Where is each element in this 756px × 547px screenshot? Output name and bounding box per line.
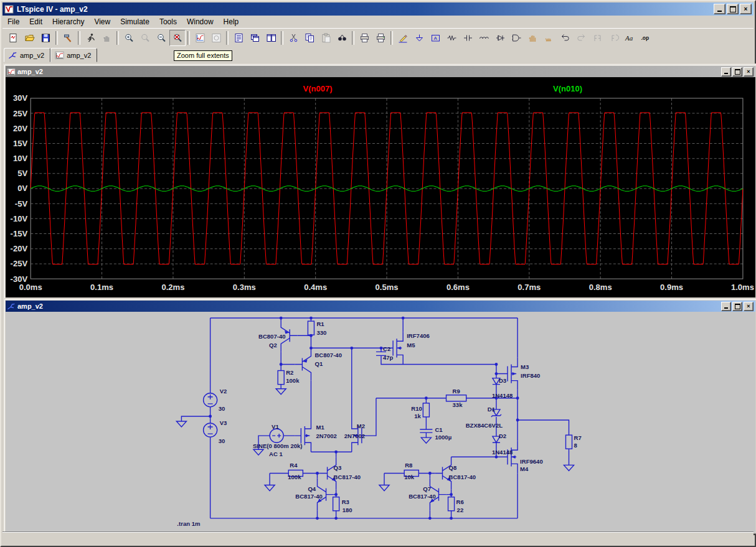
drag-button[interactable] bbox=[541, 30, 557, 46]
resistor-R10[interactable] bbox=[423, 403, 429, 417]
new-schematic-icon bbox=[8, 33, 19, 43]
schematic-label: 1N4148 bbox=[492, 392, 513, 399]
schematic-label: BC807-40 bbox=[314, 352, 342, 358]
place-resistor-button[interactable] bbox=[443, 30, 460, 46]
legend-V(n007)[interactable]: V(n007) bbox=[303, 84, 333, 93]
maximize-button[interactable] bbox=[727, 4, 739, 14]
waveform-tab-icon bbox=[55, 51, 64, 60]
schematic-maximize-button[interactable] bbox=[732, 302, 742, 311]
y-axis-tick-label: -5V bbox=[15, 199, 28, 208]
waveform-window-title-bar[interactable]: amp_v2 × bbox=[6, 66, 755, 77]
waveform-minimize-button[interactable] bbox=[721, 67, 731, 77]
schematic-wires[interactable] bbox=[181, 318, 569, 518]
schematic-label: 47p bbox=[383, 354, 394, 361]
place-component-button[interactable] bbox=[508, 30, 524, 46]
toolbar-separator bbox=[281, 31, 283, 45]
place-diode-button[interactable] bbox=[492, 30, 508, 46]
minimize-button[interactable] bbox=[714, 4, 725, 14]
resistor-R9[interactable] bbox=[447, 395, 466, 401]
new-schematic-button[interactable] bbox=[5, 30, 21, 46]
spice-directive-button[interactable]: .op bbox=[638, 30, 654, 46]
schematic-label: 30 bbox=[219, 405, 225, 412]
ground-symbol[interactable] bbox=[564, 465, 574, 470]
voltage-source-V2[interactable] bbox=[204, 393, 217, 407]
ground-symbol[interactable] bbox=[379, 485, 389, 491]
capacitor-C1[interactable] bbox=[420, 429, 432, 432]
schematic-close-button[interactable]: × bbox=[744, 302, 754, 311]
halt-icon bbox=[102, 33, 112, 43]
menu-item-file[interactable]: File bbox=[2, 16, 24, 27]
schematic-tab-icon bbox=[8, 51, 17, 60]
close-button[interactable]: × bbox=[740, 4, 752, 14]
ground-symbol[interactable] bbox=[421, 437, 431, 443]
ground-symbol[interactable] bbox=[265, 485, 275, 491]
schematic-minimize-button[interactable] bbox=[721, 302, 731, 311]
waveform-close-button[interactable]: × bbox=[744, 67, 754, 77]
menu-item-window[interactable]: Window bbox=[182, 16, 219, 27]
tab-waveform-amp-v2[interactable]: amp_v2 bbox=[50, 48, 97, 62]
place-ground-button[interactable] bbox=[411, 30, 427, 46]
menu-item-view[interactable]: View bbox=[89, 16, 115, 27]
copy-button[interactable] bbox=[301, 30, 318, 46]
save-button[interactable] bbox=[37, 30, 54, 46]
resistor-R3[interactable] bbox=[333, 497, 339, 511]
ground-symbol[interactable] bbox=[253, 449, 263, 455]
menu-item-hierarchy[interactable]: Hierarchy bbox=[47, 16, 89, 27]
zoom-full-extents-button[interactable] bbox=[169, 30, 186, 46]
place-resistor-icon bbox=[447, 33, 457, 43]
resistor-R1[interactable] bbox=[308, 321, 314, 335]
run-button[interactable] bbox=[82, 30, 98, 46]
place-text-button[interactable]: Aa bbox=[621, 30, 638, 46]
schematic-window-title-bar[interactable]: amp_v2 × bbox=[6, 301, 755, 312]
waveform-maximize-button[interactable] bbox=[732, 67, 742, 77]
cascade-windows-button[interactable] bbox=[247, 30, 263, 46]
mosfet-M4[interactable] bbox=[501, 441, 517, 473]
legend-V(n010)[interactable]: V(n010) bbox=[553, 84, 582, 93]
place-capacitor-button[interactable] bbox=[460, 30, 476, 46]
resistor-R6[interactable] bbox=[448, 497, 455, 511]
move-button[interactable] bbox=[524, 30, 541, 46]
menu-item-edit[interactable]: Edit bbox=[24, 16, 47, 27]
spice-netlist-icon bbox=[234, 33, 244, 43]
schematic-label: 1000µ bbox=[435, 434, 451, 441]
waveform-plot: 30V25V20V15V10V5V0V-5V-10V-15V-20V-25V-3… bbox=[6, 77, 755, 297]
print-setup-button[interactable] bbox=[356, 30, 372, 46]
place-component-icon bbox=[511, 33, 522, 43]
autorange-y-axis-button[interactable] bbox=[192, 30, 208, 46]
ground-symbol[interactable] bbox=[176, 421, 186, 427]
menu-item-help[interactable]: Help bbox=[219, 16, 244, 27]
print-button[interactable] bbox=[372, 30, 389, 46]
y-axis-tick-label: 20V bbox=[13, 124, 28, 133]
tile-windows-button[interactable] bbox=[263, 30, 279, 46]
undo-button[interactable] bbox=[557, 30, 573, 46]
transistor-Q1[interactable] bbox=[295, 348, 311, 380]
draw-wire-button[interactable] bbox=[395, 30, 411, 46]
resistor-R2[interactable] bbox=[278, 371, 284, 385]
signal-source-V1[interactable] bbox=[270, 429, 283, 442]
find-button[interactable] bbox=[334, 30, 350, 46]
toolbar-separator bbox=[55, 31, 58, 45]
cut-button[interactable] bbox=[285, 30, 301, 46]
resistor-R7[interactable] bbox=[565, 435, 572, 449]
voltage-source-V3[interactable] bbox=[204, 423, 217, 437]
zoom-full-extents-icon bbox=[172, 33, 183, 43]
tab-schematic-amp-v2[interactable]: amp_v2 bbox=[4, 48, 50, 62]
y-axis-tick-label: -10V bbox=[11, 214, 28, 223]
schematic-canvas[interactable]: BC807-40Q2R1330BC807-40Q1R2100kC247pIRF7… bbox=[6, 312, 755, 533]
menu-item-simulate[interactable]: Simulate bbox=[115, 16, 154, 27]
menu-item-tools[interactable]: Tools bbox=[154, 16, 182, 27]
ground-symbol[interactable] bbox=[276, 389, 286, 395]
mosfet-M3[interactable] bbox=[501, 357, 517, 390]
open-button[interactable] bbox=[21, 30, 37, 46]
tab-bar: amp_v2 amp_v2 bbox=[2, 47, 754, 62]
zoom-out-button[interactable] bbox=[153, 30, 169, 46]
waveform-plot-area[interactable]: 30V25V20V15V10V5V0V-5V-10V-15V-20V-25V-3… bbox=[6, 77, 755, 297]
label-net-button[interactable]: A bbox=[427, 30, 443, 46]
spice-netlist-button[interactable] bbox=[230, 30, 247, 46]
ltspice-logo-icon bbox=[4, 4, 14, 14]
control-panel-button[interactable] bbox=[60, 30, 76, 46]
schematic-label: BC807-40 bbox=[258, 333, 286, 340]
zoom-in-button[interactable] bbox=[121, 30, 137, 46]
place-inductor-button[interactable] bbox=[476, 30, 492, 46]
main-title-bar[interactable]: LTspice IV - amp_v2 × bbox=[2, 2, 754, 16]
